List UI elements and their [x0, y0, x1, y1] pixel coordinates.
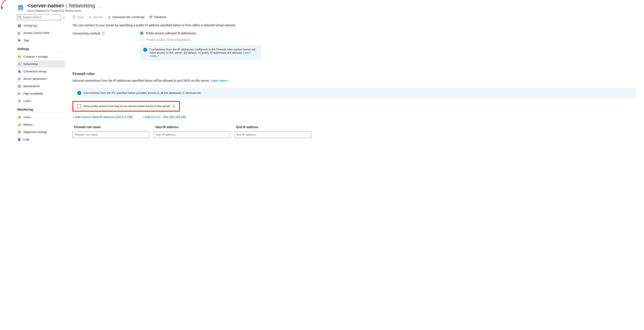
- svg-rect-32: [73, 16, 76, 19]
- access-control-icon: [17, 31, 21, 35]
- radio-icon: [140, 31, 144, 35]
- nav-label: Metrics: [24, 123, 32, 126]
- nav-access-control[interactable]: Access control (IAM): [17, 29, 65, 37]
- svg-rect-30: [19, 139, 20, 139]
- start-ip-input[interactable]: [154, 131, 230, 138]
- external-link-icon: ↗: [227, 80, 229, 82]
- firewall-rule-name-input[interactable]: [72, 131, 149, 138]
- nav-label: Alerts: [24, 116, 30, 119]
- svg-point-34: [150, 16, 151, 17]
- svg-point-2: [19, 16, 21, 18]
- nav-label: Connection strings: [24, 70, 47, 73]
- sidebar-search[interactable]: [17, 15, 61, 20]
- diagnostic-settings-icon: [17, 130, 21, 134]
- button-label: Download SSL Certificate: [112, 16, 144, 19]
- nav-tags[interactable]: Tags: [17, 37, 65, 44]
- button-label: Feedback: [154, 16, 166, 19]
- radio-label: Private access (VNet Integration): [146, 38, 190, 42]
- locks-icon: [17, 99, 21, 103]
- nav-section-settings: Settings: [17, 44, 65, 52]
- button-label: Save: [77, 16, 84, 19]
- end-ip-input[interactable]: [235, 131, 311, 138]
- nav-logs[interactable]: Logs: [17, 136, 65, 143]
- svg-rect-24: [19, 118, 20, 118]
- server-name: <server-name>: [27, 3, 64, 9]
- svg-point-16: [18, 78, 20, 80]
- radio-label: Public access (allowed IP addresses): [146, 32, 196, 35]
- svg-rect-26: [19, 124, 20, 126]
- svg-rect-27: [20, 124, 20, 126]
- add-client-ip-link[interactable]: + Add current client IP address (192.0.2…: [72, 115, 133, 119]
- radio-private-access: Private access (VNet Integration): [140, 38, 636, 42]
- resource-type-label: Azure Database for PostgreSQL flexible s…: [27, 9, 102, 12]
- nav-label: Maintenance: [24, 85, 40, 88]
- feedback-button[interactable]: Feedback: [149, 16, 166, 19]
- alerts-icon: [17, 115, 21, 119]
- col-header-end: End IP address: [235, 125, 311, 129]
- discard-button[interactable]: Discard: [88, 16, 103, 19]
- svg-point-18: [20, 87, 20, 87]
- save-button[interactable]: Save: [72, 16, 84, 19]
- add-any-ip-link[interactable]: + Add 0.0.0.0 - 255.255.255.255: [142, 115, 186, 119]
- connectivity-method-radiogroup: Public access (allowed IP addresses) Pri…: [140, 31, 636, 42]
- nav-alerts[interactable]: Alerts: [17, 114, 65, 121]
- nav-label: Locks: [24, 99, 31, 103]
- svg-rect-21: [18, 101, 20, 102]
- close-icon: [88, 16, 92, 19]
- nav-high-availability[interactable]: High availability: [17, 90, 65, 97]
- sidebar-search-input[interactable]: [23, 16, 59, 19]
- svg-line-3: [20, 18, 22, 19]
- logs-icon: [17, 138, 21, 141]
- nav-networking[interactable]: Networking: [17, 60, 65, 68]
- nav-activity-log[interactable]: Activity log: [17, 22, 65, 29]
- firewall-info-bar: i Connections from the IPs specified bel…: [72, 88, 636, 98]
- nav-compute-storage[interactable]: Compute + storage: [17, 53, 65, 60]
- nav-label: Networking: [24, 62, 38, 66]
- public-access-info-callout: i Connections from the IP addresses conf…: [140, 45, 261, 61]
- info-icon: i: [77, 91, 81, 95]
- nav-connection-strings[interactable]: Connection strings: [17, 68, 65, 75]
- nav-locks[interactable]: Locks: [17, 97, 65, 105]
- more-actions-button[interactable]: …: [98, 4, 102, 8]
- svg-rect-6: [18, 26, 20, 26]
- tags-icon: [17, 39, 21, 42]
- nav-metrics[interactable]: Metrics: [17, 121, 65, 128]
- compute-storage-icon: [17, 55, 21, 59]
- connectivity-method-label: Connectivity method i: [72, 32, 131, 35]
- allow-azure-label: Allow public access from any Azure servi…: [83, 105, 170, 108]
- command-bar: Save Discard Download SSL Certificate Fe…: [72, 15, 644, 21]
- nav-label: Activity log: [24, 24, 37, 27]
- nav-label: Tags: [24, 39, 29, 42]
- svg-point-8: [18, 32, 20, 33]
- annotation-highlight: Allow public access from any Azure servi…: [72, 101, 180, 111]
- allow-azure-checkbox[interactable]: [77, 104, 81, 108]
- radio-public-access[interactable]: Public access (allowed IP addresses): [140, 31, 636, 35]
- nav-server-parameters[interactable]: Server parameters: [17, 75, 65, 83]
- search-icon: [18, 16, 22, 19]
- activity-log-icon: [17, 24, 21, 28]
- nav-label: Diagnostic settings: [24, 130, 47, 134]
- svg-rect-31: [19, 139, 20, 140]
- info-icon[interactable]: i: [172, 105, 175, 108]
- svg-rect-25: [18, 125, 19, 126]
- page-title: Networking: [66, 3, 95, 9]
- learn-more-link[interactable]: Learn more↗: [211, 79, 229, 82]
- svg-rect-33: [74, 16, 75, 17]
- nav-diagnostic-settings[interactable]: Diagnostic settings: [17, 128, 65, 136]
- svg-point-9: [20, 32, 20, 33]
- maintenance-icon: [17, 84, 21, 88]
- nav-maintenance[interactable]: Maintenance: [17, 83, 65, 90]
- nav-label: Server parameters: [24, 77, 47, 80]
- info-icon: i: [143, 48, 147, 52]
- svg-rect-15: [20, 72, 20, 73]
- networking-icon: [17, 62, 21, 66]
- info-icon[interactable]: i: [102, 32, 105, 35]
- collapse-sidebar-button[interactable]: «: [63, 16, 65, 19]
- server-parameters-icon: [17, 77, 21, 81]
- resource-type-icon: [17, 4, 24, 12]
- nav-label: Compute + storage: [24, 55, 48, 58]
- col-header-start: Start IP address: [154, 125, 230, 129]
- nav-label: High availability: [24, 92, 43, 95]
- svg-rect-23: [19, 117, 20, 118]
- download-ssl-button[interactable]: Download SSL Certificate: [108, 16, 144, 19]
